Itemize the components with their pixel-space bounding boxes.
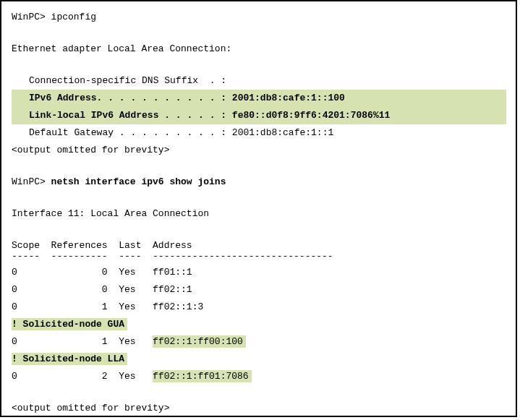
prompt-text: WinPC> [12, 12, 51, 22]
table-separator: ----- ---------- ---- ------------------… [12, 252, 506, 262]
row-gua-prefix: 0 1 Yes [12, 336, 153, 347]
dns-suffix-line: Connection-specific DNS Suffix . : [12, 72, 506, 90]
prompt-text: WinPC> [12, 176, 51, 187]
link-local-text: Link-local IPv6 Address . . . . . : fe80… [12, 107, 390, 124]
ipv6-address-text: IPv6 Address. . . . . . . . . . . : 2001… [12, 90, 345, 107]
blank-line [12, 159, 506, 173]
ipv6-address-line: IPv6 Address. . . . . . . . . . . : 2001… [12, 90, 506, 107]
command-netsh: netsh interface ipv6 show joins [51, 176, 226, 187]
blank-line [12, 26, 506, 40]
row-gua-address: ff02::1:ff00:100 [153, 335, 246, 348]
table-row: 0 0 Yes ff02::1 [12, 281, 506, 299]
solicited-node-lla-label: ! Solicited-node LLA [12, 351, 506, 368]
prompt-line-1: WinPC> ipconfig [12, 9, 506, 26]
blank-line [12, 385, 506, 400]
output-omitted-2: <output omitted for brevity> [12, 400, 506, 417]
default-gateway-line: Default Gateway . . . . . . . . . : 2001… [12, 124, 506, 142]
sn-gua-text: ! Solicited-node GUA [12, 318, 127, 330]
blank-line [12, 58, 506, 72]
row-lla-address: ff02::1:ff01:7086 [153, 370, 252, 382]
solicited-node-gua-label: ! Solicited-node GUA [12, 316, 506, 333]
table-row-lla: 0 2 Yes ff02::1:ff01:7086 [12, 368, 506, 385]
table-row: 0 1 Yes ff02::1:3 [12, 299, 506, 316]
table-row: 0 0 Yes ff01::1 [12, 264, 506, 281]
row-lla-prefix: 0 2 Yes [12, 371, 153, 382]
output-omitted-1: <output omitted for brevity> [12, 142, 506, 159]
adapter-header: Ethernet adapter Local Area Connection: [12, 40, 506, 58]
blank-line [12, 191, 506, 205]
sn-lla-text: ! Solicited-node LLA [12, 353, 127, 365]
blank-line [12, 223, 506, 237]
interface-header: Interface 11: Local Area Connection [12, 205, 506, 223]
table-row-gua: 0 1 Yes ff02::1:ff00:100 [12, 333, 506, 351]
terminal-frame: WinPC> ipconfig Ethernet adapter Local A… [0, 0, 517, 417]
command-ipconfig: ipconfig [51, 12, 96, 22]
prompt-line-2: WinPC> netsh interface ipv6 show joins [12, 173, 506, 191]
link-local-line: Link-local IPv6 Address . . . . . : fe80… [12, 107, 506, 124]
